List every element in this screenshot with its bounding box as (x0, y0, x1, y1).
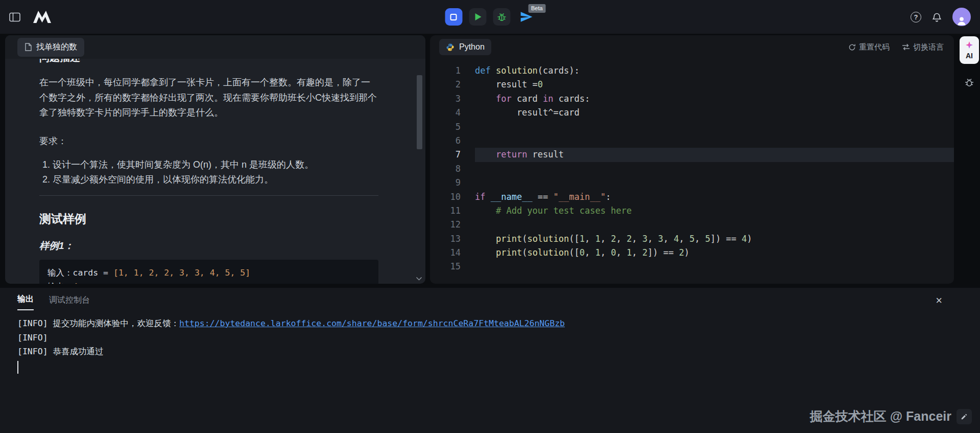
line-number: 12 (430, 218, 461, 232)
juejin-icon (957, 409, 972, 424)
reset-code-button[interactable]: 重置代码 (848, 42, 890, 52)
line-number: 7 (430, 148, 461, 162)
line-number: 5 (430, 120, 461, 134)
switch-language-label: 切换语言 (913, 42, 944, 52)
line-number: 6 (430, 134, 461, 148)
problem-description-heading: 问题描述 (39, 59, 378, 64)
code-line-9[interactable]: 9 (430, 176, 954, 190)
code-line-4[interactable]: 4 result^=card (430, 106, 954, 120)
sparkle-icon (965, 41, 974, 50)
editor-header: Python 重置代码 切换语言 (430, 35, 954, 59)
console-caret-line (17, 359, 980, 378)
topbar: Beta ? (0, 0, 980, 34)
requirements-label: 要求： (39, 135, 378, 147)
notifications-bell-icon[interactable] (931, 12, 942, 22)
tab-output[interactable]: 输出 (17, 294, 34, 310)
feedback-link[interactable]: https://bytedance.larkoffice.com/share/b… (179, 318, 565, 328)
line-number: 8 (430, 162, 461, 176)
console-output[interactable]: [INFO] 提交功能内测体验中，欢迎反馈：https://bytedance.… (0, 310, 980, 378)
code-line-10[interactable]: 10if __name__ == "__main__": (430, 190, 954, 204)
code-line-7[interactable]: 7 return result (430, 148, 954, 162)
avatar[interactable] (952, 8, 971, 26)
problem-tab-label: 找单独的数 (36, 42, 77, 53)
problem-tab[interactable]: 找单独的数 (17, 38, 84, 57)
console-panel: 输出 调试控制台 × [INFO] 提交功能内测体验中，欢迎反馈：https:/… (0, 288, 980, 433)
problem-content[interactable]: 问题描述 在一个班级中，每位同学都拿到了一张卡片，上面有一个整数。有趣的是，除了… (5, 59, 425, 284)
line-number: 11 (430, 204, 461, 218)
chevron-down-icon[interactable] (416, 277, 422, 281)
play-icon (475, 13, 482, 20)
code-line-12[interactable]: 12 (430, 218, 954, 232)
debug-tool-icon[interactable] (964, 77, 974, 87)
square-icon (450, 14, 457, 20)
requirements-list: 设计一个算法，使其时间复杂度为 O(n)，其中 n 是班级的人数。尽量减少额外空… (39, 157, 378, 187)
code-text: def solution(cards): (475, 64, 954, 78)
person-icon (955, 15, 968, 26)
code-line-2[interactable]: 2 result =0 (430, 78, 954, 92)
samples-heading: 测试样例 (39, 211, 378, 227)
code-line-11[interactable]: 11 # Add your test cases here (430, 204, 954, 218)
line-number: 1 (430, 64, 461, 78)
marscode-logo[interactable] (32, 10, 54, 24)
sample-input-line: 输入：cards = [1, 1, 2, 2, 3, 3, 4, 5, 5] (47, 266, 370, 280)
scrollbar-thumb[interactable] (417, 75, 422, 149)
code-line-1[interactable]: 1def solution(cards): (430, 64, 954, 78)
text-cursor (17, 361, 18, 374)
code-text (475, 218, 954, 232)
code-line-8[interactable]: 8 (430, 162, 954, 176)
language-selector[interactable]: Python (439, 39, 491, 55)
ai-assistant-button[interactable]: AI (960, 36, 979, 64)
code-text (475, 162, 954, 176)
line-number: 3 (430, 92, 461, 106)
code-line-5[interactable]: 5 (430, 120, 954, 134)
sample-output-line: 输出：4 (47, 280, 370, 284)
refresh-icon (848, 43, 856, 51)
code-text: if __name__ == "__main__": (475, 190, 954, 204)
code-text: result =0 (475, 78, 954, 92)
beta-badge: Beta (528, 4, 546, 13)
code-text (475, 134, 954, 148)
line-number: 10 (430, 190, 461, 204)
console-line: [INFO] (17, 331, 980, 345)
sample1-label: 样例1： (39, 239, 378, 253)
switch-language-button[interactable]: 切换语言 (902, 42, 944, 52)
line-number: 13 (430, 232, 461, 246)
code-line-3[interactable]: 3 for card in cards: (430, 92, 954, 106)
code-text: print(solution([1, 1, 2, 2, 3, 3, 4, 5, … (475, 232, 954, 246)
code-area[interactable]: 1def solution(cards):2 result =03 for ca… (430, 59, 954, 274)
code-text: print(solution([0, 1, 0, 1, 2]) == 2) (475, 246, 954, 260)
sample-code-block: 输入：cards = [1, 1, 2, 2, 3, 3, 4, 5, 5] 输… (39, 260, 378, 284)
line-number: 9 (430, 176, 461, 190)
ai-label: AI (966, 52, 973, 60)
bug-icon (496, 12, 507, 22)
code-text: for card in cards: (475, 92, 954, 106)
code-line-15[interactable]: 15 (430, 260, 954, 274)
line-number: 15 (430, 260, 461, 274)
code-line-13[interactable]: 13 print(solution([1, 1, 2, 2, 3, 3, 4, … (430, 232, 954, 246)
code-text (475, 260, 954, 274)
sample-input-value: [1, 1, 2, 2, 3, 3, 4, 5, 5] (113, 268, 250, 278)
debug-test-button[interactable] (493, 8, 510, 26)
problem-panel-header: 找单独的数 (5, 35, 425, 59)
run-button[interactable] (469, 8, 486, 26)
code-line-6[interactable]: 6 (430, 134, 954, 148)
code-text: # Add your test cases here (475, 204, 954, 218)
console-line: [INFO] 恭喜成功通过 (17, 345, 980, 359)
sidebar-toggle-icon[interactable] (9, 12, 20, 22)
line-number: 2 (430, 78, 461, 92)
code-text: return result (475, 148, 954, 162)
code-editor-panel: Python 重置代码 切换语言 1def solution(cards):2 … (430, 35, 954, 284)
close-icon[interactable]: × (936, 295, 942, 306)
tab-debug-console[interactable]: 调试控制台 (49, 295, 90, 310)
right-toolbar: AI (959, 36, 980, 87)
watermark-text: 掘金技术社区 @ Fanceir (810, 408, 951, 425)
requirement-item: 设计一个算法，使其时间复杂度为 O(n)，其中 n 是班级的人数。 (53, 157, 378, 172)
console-tabs: 输出 调试控制台 (0, 288, 980, 310)
code-line-14[interactable]: 14 print(solution([0, 1, 0, 1, 2]) == 2) (430, 246, 954, 260)
code-text: result^=card (475, 106, 954, 120)
code-text (475, 176, 954, 190)
help-icon[interactable]: ? (911, 12, 921, 22)
submit-button[interactable]: Beta (517, 8, 535, 26)
document-icon (25, 43, 32, 51)
build-button[interactable] (445, 8, 462, 26)
